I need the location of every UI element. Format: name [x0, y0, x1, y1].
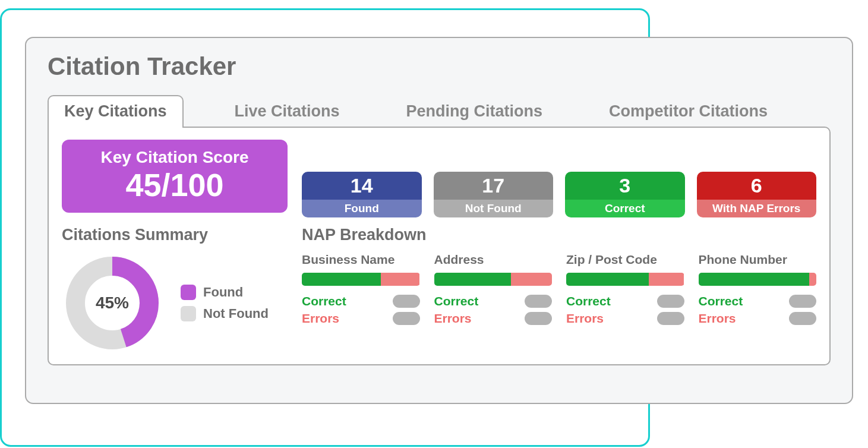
nap-row-correct: Correct: [434, 294, 553, 308]
legend-notfound-swatch: [181, 306, 196, 321]
score-title: Key Citation Score: [78, 148, 271, 167]
stat-card-errors: 6With NAP Errors: [697, 172, 817, 217]
summary-percent: 45%: [62, 253, 163, 354]
nap-bar: [699, 273, 817, 286]
nap-errors-value-pill: [393, 312, 420, 325]
nap-col-business-name: Business NameCorrectErrors: [302, 253, 420, 329]
nap-errors-value-pill: [525, 312, 552, 325]
legend-notfound-label: Not Found: [203, 306, 269, 321]
nap-bar: [566, 273, 684, 286]
stat-label-notfound: Not Found: [434, 200, 554, 217]
nap-col-title: Business Name: [302, 253, 420, 267]
nap-bar: [302, 273, 420, 286]
nap-correct-value-pill: [657, 295, 684, 308]
nap-correct-label: Correct: [566, 294, 611, 308]
nap-correct-value-pill: [393, 295, 420, 308]
tab-pending-citations[interactable]: Pending Citations: [391, 96, 558, 128]
nap-row-errors: Errors: [699, 311, 817, 326]
tab-competitor-citations[interactable]: Competitor Citations: [594, 96, 783, 128]
citations-summary: Citations Summary 45% Found Not Foun: [62, 226, 288, 354]
nap-errors-label: Errors: [302, 311, 339, 326]
nap-col-phone-number: Phone NumberCorrectErrors: [699, 253, 817, 329]
legend-notfound: Not Found: [181, 306, 269, 321]
stat-value-found: 14: [302, 172, 422, 200]
stat-card-found: 14Found: [302, 172, 422, 217]
key-citation-score-card: Key Citation Score 45/100: [62, 140, 288, 213]
stat-label-correct: Correct: [565, 200, 685, 217]
nap-errors-value-pill: [657, 312, 684, 325]
nap-col-title: Address: [434, 253, 553, 267]
tab-panel: Key Citation Score 45/100 14Found17Not F…: [48, 127, 831, 365]
nap-row-errors: Errors: [566, 311, 684, 326]
legend-found-label: Found: [203, 285, 243, 300]
nap-row-correct: Correct: [566, 294, 684, 308]
nap-errors-value-pill: [789, 312, 816, 325]
page-title: Citation Tracker: [48, 52, 831, 81]
stat-cards: 14Found17Not Found3Correct6With NAP Erro…: [302, 172, 816, 217]
stat-card-notfound: 17Not Found: [434, 172, 554, 217]
nap-correct-label: Correct: [434, 294, 479, 308]
citation-tracker-window: Citation Tracker Key CitationsLive Citat…: [25, 37, 853, 404]
nap-errors-label: Errors: [434, 311, 472, 326]
nap-correct-label: Correct: [699, 294, 743, 308]
nap-row-errors: Errors: [302, 311, 420, 326]
stat-label-found: Found: [302, 200, 422, 217]
legend-found-swatch: [181, 285, 196, 300]
nap-col-zip-post-code: Zip / Post CodeCorrectErrors: [566, 253, 684, 329]
nap-breakdown: NAP Breakdown Business NameCorrectErrors…: [302, 226, 816, 354]
nap-errors-label: Errors: [699, 311, 736, 326]
stat-value-notfound: 17: [434, 172, 554, 200]
nap-row-errors: Errors: [434, 311, 553, 326]
stat-label-errors: With NAP Errors: [697, 200, 817, 217]
nap-correct-value-pill: [525, 295, 552, 308]
nap-col-title: Zip / Post Code: [566, 253, 684, 267]
summary-title: Citations Summary: [62, 226, 288, 244]
tab-key-citations[interactable]: Key Citations: [48, 95, 184, 128]
stat-card-correct: 3Correct: [565, 172, 685, 217]
nap-errors-label: Errors: [566, 311, 604, 326]
tab-live-citations[interactable]: Live Citations: [219, 96, 355, 128]
stat-value-errors: 6: [697, 172, 817, 200]
nap-correct-value-pill: [789, 295, 816, 308]
summary-legend: Found Not Found: [181, 279, 269, 327]
stat-value-correct: 3: [565, 172, 685, 200]
nap-col-title: Phone Number: [699, 253, 817, 267]
summary-donut: 45%: [62, 253, 163, 354]
tabs-bar: Key CitationsLive CitationsPending Citat…: [48, 95, 831, 128]
nap-row-correct: Correct: [302, 294, 420, 308]
nap-bar: [434, 273, 553, 286]
nap-title: NAP Breakdown: [302, 226, 816, 244]
nap-row-correct: Correct: [699, 294, 817, 308]
score-value: 45/100: [78, 168, 271, 202]
nap-col-address: AddressCorrectErrors: [434, 253, 553, 329]
nap-correct-label: Correct: [302, 294, 346, 308]
legend-found: Found: [181, 285, 269, 300]
